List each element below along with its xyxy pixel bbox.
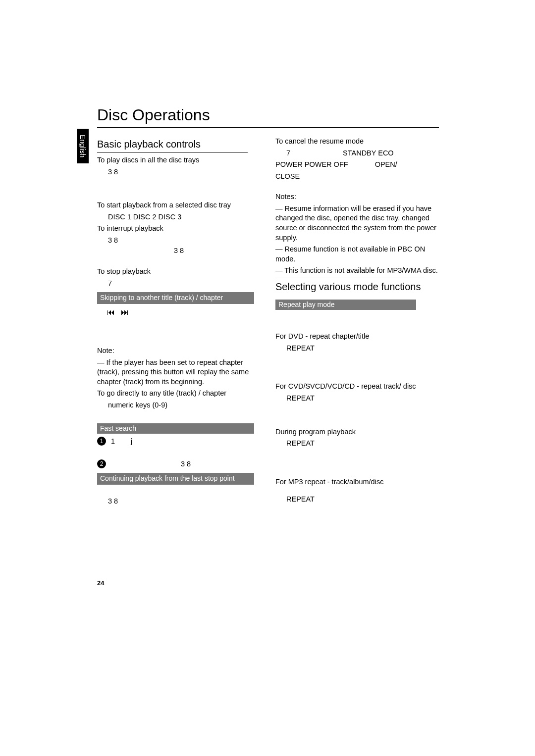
bar-continuing: Continuing playback from the last stop p…: [97, 473, 254, 485]
bar-skipping: Skipping to another title (track) / chap…: [97, 292, 254, 304]
cancel-val-power: POWER POWER OFF: [275, 160, 348, 168]
columns: Basic playback controls To play discs in…: [97, 135, 466, 508]
label-cvd-repeat: For CVD/SVCD/VCD/CD - repeat track/ disc: [275, 382, 439, 392]
next-track-icon: ⏭: [121, 308, 135, 316]
label-prog-repeat: During program playback: [275, 427, 439, 437]
bar-repeat-play: Repeat play mode: [275, 300, 416, 310]
page-title: Disc Operations: [97, 106, 466, 125]
manual-page: English Disc Operations Basic playback c…: [0, 0, 535, 756]
label-play-all: To play discs in all the disc trays: [97, 155, 261, 165]
value-stop: 7: [97, 279, 261, 289]
cancel-val-7: 7: [275, 149, 306, 158]
right-column: To cancel the resume mode 7 STANDBY ECO …: [275, 135, 439, 508]
label-stop: To stop playback: [97, 267, 261, 277]
label-start-tray: To start playback from a selected disc t…: [97, 201, 261, 210]
label-mp3-repeat: For MP3 repeat - track/album/disc: [275, 477, 439, 487]
step-2-bullet: 2: [97, 459, 106, 468]
value-continuing: 3 8: [97, 497, 261, 506]
heading-basic-playback: Basic playback controls: [97, 138, 248, 152]
bar-fast-search: Fast search: [97, 423, 254, 434]
value-cvd-repeat: REPEAT: [275, 394, 439, 403]
note-body: — If the player has been set to repeat c…: [97, 358, 261, 387]
heading-selecting-modes: Selecting various mode functions: [275, 280, 426, 295]
value-interrupt-2: 3 8: [97, 246, 261, 256]
step-2-row: 2 3 8: [97, 459, 261, 469]
value-prog-repeat: REPEAT: [275, 439, 439, 449]
notes-label: Notes:: [275, 192, 439, 202]
prev-track-icon: ⏮: [107, 308, 121, 316]
step-2-body: 3 8: [111, 459, 261, 469]
value-dvd-repeat: REPEAT: [275, 344, 439, 353]
section-rule: [275, 278, 424, 278]
cancel-val-standby: STANDBY ECO: [308, 149, 394, 157]
note-2: — Resume function is not available in PB…: [275, 245, 439, 264]
label-dvd-repeat: For DVD - repeat chapter/title: [275, 332, 439, 342]
value-mp3-repeat: REPEAT: [275, 495, 439, 504]
step-1-body: 1 j: [111, 437, 261, 447]
note-3: — This function is not available for MP3…: [275, 266, 439, 276]
left-column: Basic playback controls To play discs in…: [97, 135, 261, 508]
skip-icons: ⏮⏭: [97, 307, 261, 318]
label-goto: To go directly to any title (track) / ch…: [97, 389, 261, 399]
value-play-all: 3 8: [97, 167, 261, 177]
step-1-bullet: 1: [97, 437, 106, 446]
label-interrupt: To interrupt playback: [97, 224, 261, 234]
title-rule: [97, 127, 439, 128]
note-label: Note:: [97, 346, 261, 356]
page-number: 24: [97, 579, 104, 587]
value-goto: numeric keys (0-9): [97, 401, 261, 410]
cancel-line-3: CLOSE: [275, 172, 439, 182]
step-1-val-a: 1: [111, 437, 129, 447]
value-interrupt-1: 3 8: [97, 236, 261, 246]
content-area: Disc Operations Basic playback controls …: [74, 106, 466, 508]
step-1-row: 1 1 j: [97, 437, 261, 447]
note-1: — Resume information will be erased if y…: [275, 204, 439, 243]
value-start-tray: DISC 1 DISC 2 DISC 3: [97, 212, 261, 222]
cancel-line-1: 7 STANDBY ECO: [275, 149, 439, 158]
step-1-val-b: j: [131, 437, 132, 445]
label-cancel-resume: To cancel the resume mode: [275, 137, 439, 147]
cancel-val-open: OPEN/: [350, 160, 397, 168]
cancel-line-2: POWER POWER OFF OPEN/: [275, 160, 439, 170]
